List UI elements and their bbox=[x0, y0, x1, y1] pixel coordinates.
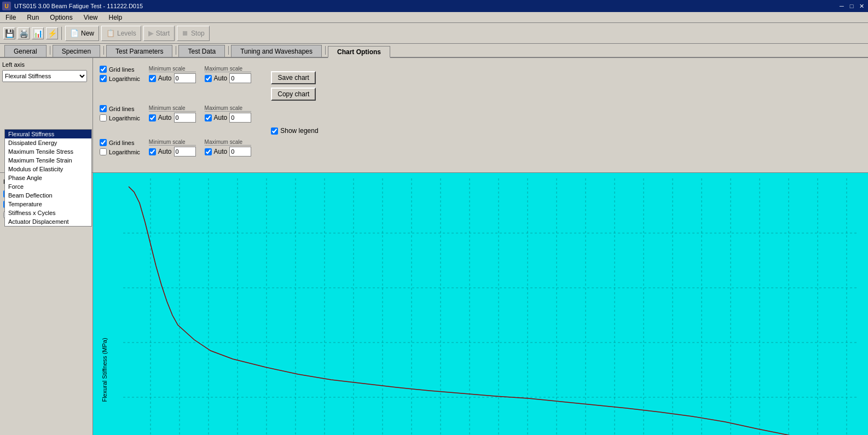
dropdown-item-4[interactable]: Modulus of Elasticity bbox=[5, 165, 91, 173]
show-legend-checkbox[interactable] bbox=[271, 127, 278, 135]
titlebar-left: U UTS015 3.00 Beam Fatigue Test - 111222… bbox=[2, 2, 143, 10]
titlebar-controls[interactable]: ─ □ ✕ bbox=[837, 2, 866, 10]
menu-run[interactable]: Run bbox=[24, 13, 42, 22]
max-scale-group-3: Maximum scale Auto bbox=[205, 139, 252, 156]
tab-test-parameters[interactable]: Test Parameters bbox=[106, 45, 172, 57]
tab-general[interactable]: General bbox=[4, 45, 47, 57]
stop-button[interactable]: ⏹ Stop bbox=[177, 26, 210, 41]
menu-view[interactable]: View bbox=[80, 13, 101, 22]
min-scale-group-2: Minimum scale Auto bbox=[149, 105, 196, 123]
min-auto-3[interactable] bbox=[149, 148, 156, 155]
close-button[interactable]: ✕ bbox=[857, 2, 866, 10]
menu-file[interactable]: File bbox=[2, 13, 19, 22]
upper-area: Left axis Flexural Stiffness Flexural St… bbox=[0, 58, 868, 173]
max-auto-label-1: Auto bbox=[214, 74, 228, 82]
gridlines-checkbox-1[interactable] bbox=[100, 66, 107, 73]
dropdown-item-9[interactable]: Stiffness x Cycles bbox=[5, 208, 91, 217]
max-value-3[interactable] bbox=[229, 147, 251, 156]
toolbar-icon-2[interactable]: 🖨️ bbox=[18, 27, 30, 39]
chart-svg: 1e3 100000 200000 300000 400000 500000 6… bbox=[93, 173, 868, 435]
max-scale-title-2: Maximum scale bbox=[205, 105, 252, 112]
max-scale-title-3: Maximum scale bbox=[205, 139, 252, 146]
toolbar-icon-1[interactable]: 💾 bbox=[3, 27, 15, 39]
min-value-2[interactable] bbox=[174, 113, 196, 123]
app-icon: U bbox=[2, 2, 11, 10]
gridlines-checkbox-3[interactable] bbox=[100, 139, 107, 146]
min-scale-row-1: Auto bbox=[149, 73, 196, 83]
gridlines-label-2: Grid lines bbox=[109, 106, 134, 112]
axis-row-3: Grid lines Logarithmic bbox=[100, 139, 140, 155]
logarithmic-checkbox-3[interactable] bbox=[100, 148, 107, 155]
save-copy-area: Save chart Copy chart bbox=[271, 71, 316, 101]
dropdown-item-3[interactable]: Maximum Tensile Strain bbox=[5, 156, 91, 165]
dropdown-item-10[interactable]: Actuator Displacement bbox=[5, 217, 91, 226]
max-scale-row-1: Auto bbox=[205, 73, 252, 83]
min-scale-group-3: Minimum scale Auto bbox=[149, 139, 196, 156]
dropdown-item-7[interactable]: Beam Deflection bbox=[5, 191, 91, 200]
max-auto-3[interactable] bbox=[205, 148, 212, 155]
min-scale-row-2: Auto bbox=[149, 113, 196, 123]
copy-chart-button[interactable]: Copy chart bbox=[271, 88, 316, 101]
gridlines-checkbox-2[interactable] bbox=[100, 105, 107, 112]
max-auto-label-2: Auto bbox=[214, 114, 228, 121]
dropdown-item-1[interactable]: Dissipated Energy bbox=[5, 138, 91, 147]
max-scale-group-2: Maximum scale Auto bbox=[205, 105, 252, 123]
menu-options[interactable]: Options bbox=[47, 13, 76, 22]
show-legend-label: Show legend bbox=[280, 127, 318, 135]
chart-plot-area: 1e3 100000 200000 300000 400000 500000 6… bbox=[101, 178, 857, 435]
tab-specimen[interactable]: Specimen bbox=[53, 45, 100, 57]
menubar: File Run Options View Help bbox=[0, 12, 868, 23]
min-auto-1[interactable] bbox=[149, 75, 156, 82]
logarithmic-label-3: Logarithmic bbox=[109, 149, 140, 155]
min-auto-2[interactable] bbox=[149, 114, 156, 121]
menu-help[interactable]: Help bbox=[106, 13, 126, 22]
show-legend-area: Show legend bbox=[271, 127, 318, 135]
dropdown-item-6[interactable]: Force bbox=[5, 182, 91, 191]
toolbar: 💾 🖨️ 📊 ⚡ 📄 New 📋 Levels ▶ Start ⏹ Stop bbox=[0, 23, 868, 44]
min-value-3[interactable] bbox=[174, 147, 196, 156]
tabs: General Specimen Test Parameters Test Da… bbox=[0, 44, 868, 58]
logarithmic-check-2: Logarithmic bbox=[100, 114, 140, 121]
min-auto-label-3: Auto bbox=[158, 148, 172, 155]
logarithmic-checkbox-2[interactable] bbox=[100, 114, 107, 121]
start-button[interactable]: ▶ Start bbox=[143, 26, 175, 41]
gridlines-check-2: Grid lines bbox=[100, 105, 140, 112]
gridlines-label-1: Grid lines bbox=[109, 66, 134, 73]
dropdown-item-0[interactable]: Flexural Stiffness bbox=[5, 130, 91, 138]
max-value-1[interactable] bbox=[229, 73, 251, 83]
gridlines-check-3: Grid lines bbox=[100, 139, 140, 146]
tab-sep-4 bbox=[228, 46, 229, 55]
levels-button[interactable]: 📋 Levels bbox=[101, 26, 141, 41]
logarithmic-label-2: Logarithmic bbox=[109, 115, 140, 121]
logarithmic-checkbox-1[interactable] bbox=[100, 75, 107, 82]
tab-sep-2 bbox=[103, 46, 104, 55]
upper-left: Left axis Flexural Stiffness Flexural St… bbox=[0, 58, 93, 172]
tab-chart-options[interactable]: Chart Options bbox=[328, 46, 390, 58]
tab-sep-1 bbox=[50, 46, 50, 55]
max-value-2[interactable] bbox=[229, 113, 251, 123]
dropdown-item-8[interactable]: Temperature bbox=[5, 200, 91, 208]
left-axis-select[interactable]: Flexural Stiffness bbox=[2, 70, 87, 82]
min-auto-label-1: Auto bbox=[158, 74, 172, 82]
toolbar-icon-3[interactable]: 📊 bbox=[32, 27, 44, 39]
dropdown-item-5[interactable]: Phase Angle bbox=[5, 173, 91, 182]
axis-row-2: Grid lines Logarithmic bbox=[100, 105, 140, 121]
tab-test-data[interactable]: Test Data bbox=[178, 45, 225, 57]
minimize-button[interactable]: ─ bbox=[837, 2, 846, 10]
save-chart-button[interactable]: Save chart bbox=[271, 71, 316, 84]
min-value-1[interactable] bbox=[174, 73, 196, 83]
maximize-button[interactable]: □ bbox=[847, 2, 856, 10]
max-scale-title-1: Maximum scale bbox=[205, 66, 252, 72]
max-auto-1[interactable] bbox=[205, 75, 212, 82]
max-auto-2[interactable] bbox=[205, 114, 212, 121]
start-label: Start bbox=[156, 30, 170, 37]
min-scale-title-3: Minimum scale bbox=[149, 139, 196, 146]
tab-tuning[interactable]: Tuning and Waveshapes bbox=[231, 45, 322, 57]
new-button[interactable]: 📄 New bbox=[65, 26, 99, 41]
plot-rect bbox=[123, 178, 857, 435]
levels-label: Levels bbox=[117, 30, 136, 37]
stop-label: Stop bbox=[191, 30, 205, 37]
toolbar-icon-4[interactable]: ⚡ bbox=[46, 27, 58, 39]
y-axis-title: Flexural Stiffness (MPa) bbox=[101, 338, 108, 402]
dropdown-item-2[interactable]: Maximum Tensile Stress bbox=[5, 147, 91, 156]
